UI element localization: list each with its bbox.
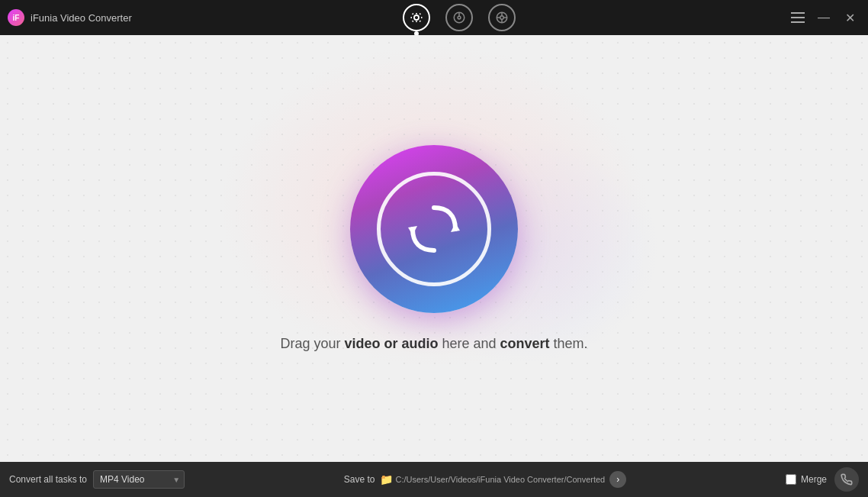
save-path-wrapper: 📁 C:/Users/User/Videos/iFunia Video Conv… bbox=[380, 473, 606, 486]
convert-all-section: Convert all tasks to MP4 Video AVI Video… bbox=[9, 470, 185, 489]
save-to-label: Save to bbox=[344, 474, 375, 485]
format-select-wrapper: MP4 Video AVI Video MOV Video MKV Video … bbox=[93, 470, 185, 489]
film-nav-icon bbox=[495, 11, 509, 24]
nav-convert-button[interactable] bbox=[403, 4, 430, 31]
folder-icon: 📁 bbox=[380, 473, 393, 486]
svg-point-0 bbox=[414, 15, 419, 20]
drag-drop-text: Drag your video or audio here and conver… bbox=[280, 336, 587, 352]
merge-section: Merge bbox=[786, 474, 827, 485]
minimize-button[interactable]: — bbox=[813, 7, 834, 28]
titlebar: iF iFunia Video Converter bbox=[0, 0, 868, 35]
convert-all-label: Convert all tasks to bbox=[9, 474, 87, 485]
svg-point-5 bbox=[500, 16, 504, 20]
arrows-svg bbox=[403, 198, 465, 260]
main-content: Drag your video or audio here and conver… bbox=[0, 35, 868, 462]
drag-text-bold2: convert bbox=[500, 336, 550, 351]
merge-label: Merge bbox=[801, 474, 827, 485]
nav-dvd-button[interactable] bbox=[445, 4, 473, 31]
converter-icon-inner bbox=[377, 172, 491, 286]
support-button[interactable] bbox=[834, 467, 859, 492]
center-area: Drag your video or audio here and conver… bbox=[280, 145, 587, 352]
browse-folder-button[interactable]: › bbox=[609, 471, 626, 488]
app-logo: iF bbox=[8, 9, 24, 26]
save-path-text: C:/Users/User/Videos/iFunia Video Conver… bbox=[396, 475, 606, 484]
drag-text-bold1: video or audio bbox=[344, 336, 438, 351]
svg-marker-10 bbox=[451, 223, 460, 232]
convert-nav-icon bbox=[410, 11, 423, 24]
convert-arrows-icon bbox=[403, 198, 465, 260]
converter-icon-bg bbox=[350, 145, 518, 313]
titlebar-right: — ✕ bbox=[787, 7, 860, 28]
titlebar-center bbox=[132, 4, 787, 31]
close-button[interactable]: ✕ bbox=[839, 7, 860, 28]
titlebar-left: iF iFunia Video Converter bbox=[8, 9, 132, 26]
format-select[interactable]: MP4 Video AVI Video MOV Video MKV Video … bbox=[93, 470, 185, 489]
right-controls: Merge bbox=[786, 467, 859, 492]
app-title: iFunia Video Converter bbox=[31, 12, 132, 24]
svg-point-2 bbox=[458, 16, 461, 19]
converter-icon-wrap bbox=[350, 145, 518, 313]
bottombar: Convert all tasks to MP4 Video AVI Video… bbox=[0, 462, 868, 497]
nav-film-button[interactable] bbox=[488, 4, 516, 31]
dvd-nav-icon bbox=[452, 11, 466, 24]
svg-marker-11 bbox=[408, 226, 417, 235]
menu-button[interactable] bbox=[787, 7, 809, 28]
save-to-section: Save to 📁 C:/Users/User/Videos/iFunia Vi… bbox=[344, 471, 626, 488]
support-icon bbox=[841, 473, 853, 486]
merge-checkbox[interactable] bbox=[786, 474, 796, 485]
